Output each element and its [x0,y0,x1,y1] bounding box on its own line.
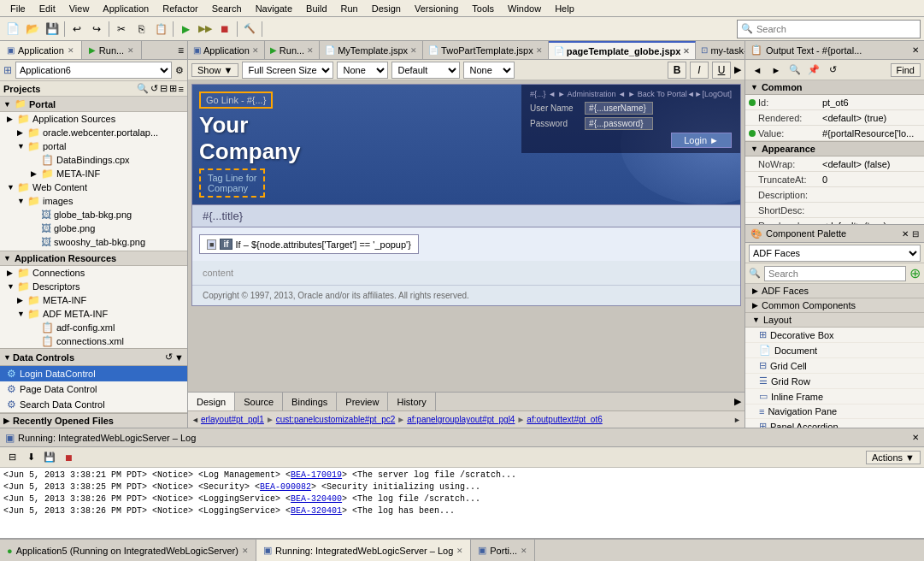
dc-item-login[interactable]: ⚙ Login DataControl [0,366,187,381]
tree-item-portal[interactable]: ▼ 📁 portal [0,139,187,153]
menu-window[interactable]: Window [501,2,548,15]
props-pin-button[interactable]: 📌 [805,62,822,79]
redo-button[interactable]: ↪ [87,20,106,38]
debug-button[interactable]: ▶▶ [196,20,215,38]
palette-item-grid-row[interactable]: ☰ Grid Row [745,374,924,389]
palette-library-select[interactable]: ADF Faces [749,245,921,262]
menu-design[interactable]: Design [365,2,408,15]
copy-button[interactable]: ⎘ [132,20,150,38]
log-actions-button[interactable]: Actions ▼ [866,451,921,464]
status-tab-log[interactable]: ▣ Running: IntegratedWebLogicServer – Lo… [256,540,471,561]
canvas-if-block[interactable]: ■ if If – ${node.attributes['Target'] ==… [199,234,419,254]
bottom-tab-source[interactable]: Source [235,393,283,410]
tree-item-oracle[interactable]: ▶ 📁 oracle.webcenter.portalap... [0,126,187,139]
palette-item-navigation-pane[interactable]: ≡ Navigation Pane [745,405,924,419]
editor-tab-pagetemplate[interactable]: 📄 pageTemplate_globe.jspx ✕ [549,41,697,59]
log-link-1[interactable]: BEA-170019 [291,470,342,480]
screen-size-select[interactable]: Full Screen Size [242,62,333,79]
mytemplate-close[interactable]: ✕ [410,46,417,55]
status-tab-porti[interactable]: ▣ Porti... ✕ [471,540,535,561]
menu-refactor[interactable]: Refactor [156,2,205,15]
props-back-button[interactable]: ◄ [749,62,766,79]
recently-opened-section[interactable]: ▶ Recently Opened Files [0,413,187,428]
stop-button[interactable]: ⏹ [215,20,234,38]
bold-button[interactable]: B [668,62,686,79]
proj-refresh-button[interactable]: ↺ [150,83,158,94]
run-button[interactable]: ▶ [176,20,195,38]
undo-button[interactable]: ↩ [68,20,86,38]
dc-item-page[interactable]: ⚙ Page Data Control [0,381,187,397]
menu-versioning[interactable]: Versioning [408,2,465,15]
palette-section-adf[interactable]: ▶ ADF Faces [745,284,924,298]
paste-button[interactable]: 📋 [151,20,170,38]
dc-item-search[interactable]: ⚙ Search Data Control [0,397,187,412]
palette-search-input[interactable] [764,266,906,281]
editor-tab-twopart[interactable]: 📄 TwoPartTemplate.jspx ✕ [423,41,549,59]
tree-item-swooshy[interactable]: 🖼 swooshy_tab-bkg.png [0,235,187,249]
tree-item-connections-xml[interactable]: 📋 connections.xml [0,334,187,348]
build-button[interactable]: 🔨 [240,20,259,38]
status-tab-app5[interactable]: ● Application5 (Running on IntegratedWeb… [0,540,256,561]
bottom-tab-design[interactable]: Design [188,393,235,410]
dc-refresh-button[interactable]: ↺ [165,351,173,363]
save-button[interactable]: 💾 [43,20,62,38]
breadcrumb-item-2[interactable]: cust:panelcustomizable#pt_pc2 [276,415,396,424]
breadcrumb-item-3[interactable]: af:panelgrouplayout#pt_pgl4 [407,415,515,424]
show-dropdown-button[interactable]: Show ▼ [191,63,238,77]
tree-item-app-sources[interactable]: ▶ 📁 Application Sources [0,112,187,126]
menu-build[interactable]: Build [299,2,333,15]
tree-item-webcontent[interactable]: ▼ 📁 Web Content [0,180,187,194]
palette-item-decorative-box[interactable]: ⊞ Decorative Box [745,328,924,343]
log-close[interactable]: ✕ [912,433,919,442]
palette-item-panel-accordion[interactable]: ⊞ Panel Accordion [745,419,924,428]
project-dropdown[interactable]: Application6 [15,62,172,79]
italic-button[interactable]: I [690,62,709,79]
cut-button[interactable]: ✂ [112,20,131,38]
new-button[interactable]: 📄 [3,20,22,38]
log-link-3[interactable]: BEA-320400 [291,494,342,504]
status-porti-close[interactable]: ✕ [521,546,527,555]
tab-run[interactable]: ▶ Run... ✕ [82,41,142,59]
palette-item-document[interactable]: 📄 Document [745,343,924,358]
proj-search-button[interactable]: 🔍 [137,83,149,94]
props-find-button[interactable]: Find [891,63,921,77]
underline-button[interactable]: U [712,62,731,79]
global-search-input[interactable] [756,24,920,34]
menu-application[interactable]: Application [96,2,156,15]
run-tab-close-icon[interactable]: ✕ [307,46,314,55]
portal-section[interactable]: ▼ 📁 Portal [0,97,187,112]
menu-tools[interactable]: Tools [465,2,501,15]
breadcrumb-item-1[interactable]: erlayout#pt_pgl1 [201,415,264,424]
log-stop-button[interactable]: ⏹ [60,449,77,466]
proj-collapse-button[interactable]: ⊟ [160,83,168,94]
canvas-login-button[interactable]: Login ► [671,133,732,148]
props-close[interactable]: ✕ [912,45,919,55]
pagetemplate-close[interactable]: ✕ [683,47,690,56]
palette-menu[interactable]: ⊟ [912,229,919,239]
panel-menu-button[interactable]: ≡ [174,41,187,59]
log-nav-down-button[interactable]: ⬇ [22,449,39,466]
editor-tab-taskflow[interactable]: ⊡ my-task-flow ✕ [696,41,744,59]
scroll-right-btn[interactable]: ▶ [734,64,741,75]
tree-item-images[interactable]: ▼ 📁 images [0,194,187,208]
tree-item-adf-config[interactable]: 📋 adf-config.xml [0,321,187,334]
default-select[interactable]: Default [391,62,460,79]
props-refresh-button[interactable]: ↺ [824,62,841,79]
bottom-tabs-expand[interactable]: ▶ [731,393,744,410]
menu-edit[interactable]: Edit [32,2,62,15]
status-log-close[interactable]: ✕ [456,546,463,555]
tree-item-globe-tab[interactable]: 🖼 globe_tab-bkg.png [0,208,187,221]
status-app5-close[interactable]: ✕ [242,546,249,555]
proj-expand-button[interactable]: ⊞ [169,83,177,94]
bottom-tab-bindings[interactable]: Bindings [283,393,337,410]
run-tab-close[interactable]: ✕ [127,46,134,55]
menu-run[interactable]: Run [334,2,365,15]
editor-tab-mytemplate[interactable]: 📄 MyTemplate.jspx ✕ [320,41,423,59]
palette-item-inline-frame[interactable]: ▭ Inline Frame [745,389,924,405]
tree-item-databindings[interactable]: 📋 DataBindings.cpx [0,153,187,167]
data-controls-header[interactable]: ▼ Data Controls ↺ ▼ [0,348,187,366]
menu-navigate[interactable]: Navigate [249,2,299,15]
prop-section-appearance[interactable]: ▼ Appearance [745,141,924,156]
tree-item-descriptors[interactable]: ▼ 📁 Descriptors [0,280,187,293]
editor-tab-app[interactable]: ▣ Application ✕ [188,41,265,59]
